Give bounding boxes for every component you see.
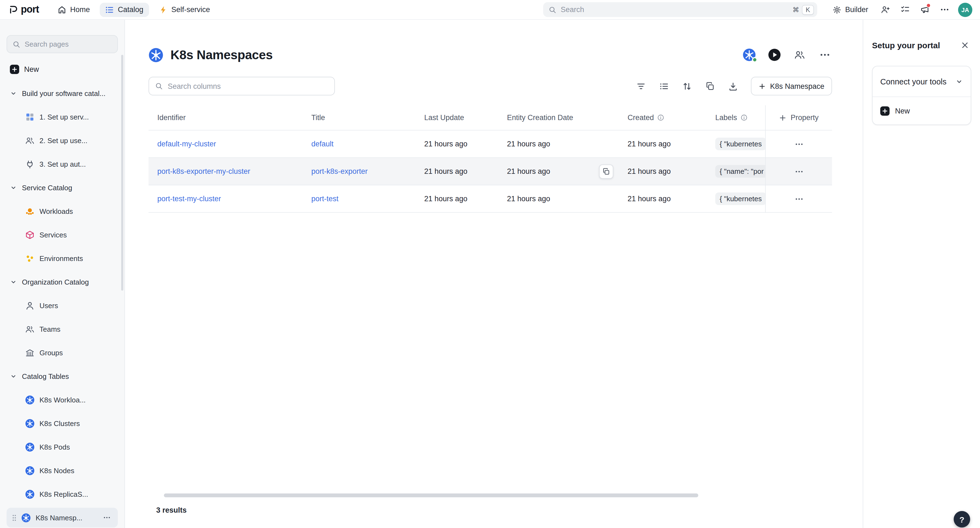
plug-icon — [25, 159, 35, 169]
nav-catalog[interactable]: Catalog — [100, 2, 149, 17]
column-header-last-update[interactable]: Last Update — [415, 105, 498, 130]
group-by-button[interactable] — [702, 77, 719, 95]
sidebar-item-workloads[interactable]: Workloads — [6, 201, 118, 221]
row-height-icon — [660, 81, 669, 91]
entity-identifier-link[interactable]: port-k8s-exporter-my-cluster — [157, 167, 250, 175]
invite-users-button[interactable] — [877, 2, 893, 18]
ellipsis-icon — [794, 167, 803, 176]
row-more-button[interactable] — [791, 191, 807, 206]
sidebar-group-build-software-catalog[interactable]: Build your software catal... — [6, 83, 118, 103]
help-button[interactable]: ? — [954, 511, 970, 528]
home-icon — [57, 5, 66, 14]
sidebar-group-organization-catalog[interactable]: Organization Catalog — [6, 272, 118, 292]
search-columns[interactable] — [148, 77, 335, 96]
page-more-button[interactable] — [818, 48, 832, 62]
sidebar-item-set-up-users[interactable]: 2. Set up use... — [6, 131, 118, 150]
sidebar-item-groups[interactable]: Groups — [6, 343, 118, 362]
sidebar-item-users[interactable]: Users — [6, 295, 118, 315]
global-search[interactable]: ⌘ K — [543, 2, 817, 17]
last-update-value: 21 hours ago — [424, 167, 468, 175]
copy-value-button[interactable] — [599, 164, 613, 179]
sidebar-group-catalog-tables[interactable]: Catalog Tables — [6, 366, 118, 386]
environments-icon — [25, 254, 35, 263]
sidebar-item-k8s-clusters[interactable]: K8s Clusters — [6, 413, 118, 433]
add-k8s-namespace-button[interactable]: K8s Namespace — [751, 77, 832, 96]
manage-permissions-button[interactable] — [792, 48, 807, 62]
labels-value[interactable]: { "name": "por — [715, 165, 765, 178]
column-header-entity-creation-date[interactable]: Entity Creation Date — [498, 105, 619, 130]
run-button[interactable] — [767, 48, 781, 62]
setup-new-button[interactable]: New — [873, 97, 971, 124]
checklist-button[interactable] — [897, 2, 913, 18]
ellipsis-icon — [940, 5, 949, 14]
labels-value[interactable]: { "kubernetes — [715, 193, 765, 205]
row-height-button[interactable] — [655, 77, 673, 95]
navbar-more-button[interactable] — [936, 2, 953, 18]
plus-icon — [779, 114, 787, 121]
info-icon[interactable] — [657, 114, 664, 121]
entity-identifier-link[interactable]: port-test-my-cluster — [157, 195, 221, 203]
labels-value[interactable]: { "kubernetes — [715, 138, 765, 150]
column-header-identifier[interactable]: Identifier — [148, 105, 302, 130]
close-setup-panel-button[interactable] — [958, 38, 971, 51]
entity-title-link[interactable]: default — [311, 140, 334, 148]
sidebar-item-k8s-pods[interactable]: K8s Pods — [6, 437, 118, 457]
user-icon — [25, 301, 35, 310]
created-value: 21 hours ago — [628, 167, 671, 175]
search-icon — [13, 40, 20, 48]
copy-icon — [706, 81, 715, 91]
sidebar-item-set-up-automations[interactable]: 3. Set up aut... — [6, 154, 118, 174]
ellipsis-icon — [819, 49, 830, 60]
announcements-button[interactable] — [916, 2, 933, 18]
sort-button[interactable] — [679, 77, 696, 95]
sidebar-item-k8s-namespaces[interactable]: K8s Namesp... — [6, 508, 118, 528]
sidebar-new-button[interactable]: New — [6, 63, 42, 76]
sidebar-item-k8s-replicasets[interactable]: K8s ReplicaS... — [6, 484, 118, 504]
connect-your-tools-item[interactable]: Connect your tools — [873, 66, 971, 97]
sidebar-item-services[interactable]: Services — [6, 225, 118, 244]
sidebar-item-set-up-services[interactable]: 1. Set up serv... — [6, 107, 118, 127]
ellipsis-icon — [794, 195, 803, 203]
row-more-button[interactable] — [791, 164, 807, 179]
row-more-button[interactable] — [791, 136, 807, 152]
gear-icon — [832, 5, 841, 14]
export-button[interactable] — [725, 77, 742, 95]
filter-button[interactable] — [633, 77, 650, 95]
sidebar-item-environments[interactable]: Environments — [6, 248, 118, 268]
column-header-labels[interactable]: Labels — [706, 105, 765, 130]
search-icon — [549, 6, 556, 13]
sidebar-search-input[interactable] — [25, 40, 112, 48]
builder-button[interactable]: Builder — [827, 2, 874, 17]
k8s-exporter-status-button[interactable] — [742, 48, 756, 62]
global-search-input[interactable] — [561, 5, 788, 14]
column-header-title[interactable]: Title — [302, 105, 415, 130]
user-avatar[interactable]: JA — [958, 2, 972, 17]
table-row[interactable]: port-k8s-exporter-my-cluster port-k8s-ex… — [148, 158, 832, 185]
services-icon — [25, 230, 35, 239]
sidebar-search[interactable] — [6, 35, 118, 53]
created-value: 21 hours ago — [628, 140, 671, 148]
table-row[interactable]: default-my-cluster default 21 hours ago … — [148, 131, 832, 158]
filter-icon — [636, 81, 646, 91]
entity-title-link[interactable]: port-test — [311, 195, 339, 203]
sidebar-group-service-catalog[interactable]: Service Catalog — [6, 178, 118, 198]
nav-home[interactable]: Home — [52, 2, 95, 17]
add-property-button[interactable]: Property — [765, 105, 832, 130]
column-header-created[interactable]: Created — [619, 105, 706, 130]
sidebar-item-k8s-nodes[interactable]: K8s Nodes — [6, 461, 118, 480]
sidebar-scrollbar[interactable] — [121, 55, 123, 290]
entity-title-link[interactable]: port-k8s-exporter — [311, 167, 368, 175]
port-logo[interactable]: port — [9, 4, 39, 15]
sidebar-item-more-button[interactable] — [100, 511, 113, 524]
nav-self-service[interactable]: Self-service — [153, 2, 215, 17]
sidebar-item-teams[interactable]: Teams — [6, 319, 118, 339]
search-columns-input[interactable] — [168, 82, 328, 90]
page-actions — [742, 48, 832, 62]
entity-identifier-link[interactable]: default-my-cluster — [157, 140, 216, 148]
table-row[interactable]: port-test-my-cluster port-test 21 hours … — [148, 185, 832, 213]
chevron-down-icon — [10, 89, 17, 97]
sidebar-item-k8s-workloads[interactable]: K8s Workloa... — [6, 390, 118, 410]
drag-handle-icon[interactable] — [12, 514, 16, 521]
info-icon[interactable] — [740, 114, 748, 121]
horizontal-scrollbar[interactable] — [164, 493, 698, 497]
